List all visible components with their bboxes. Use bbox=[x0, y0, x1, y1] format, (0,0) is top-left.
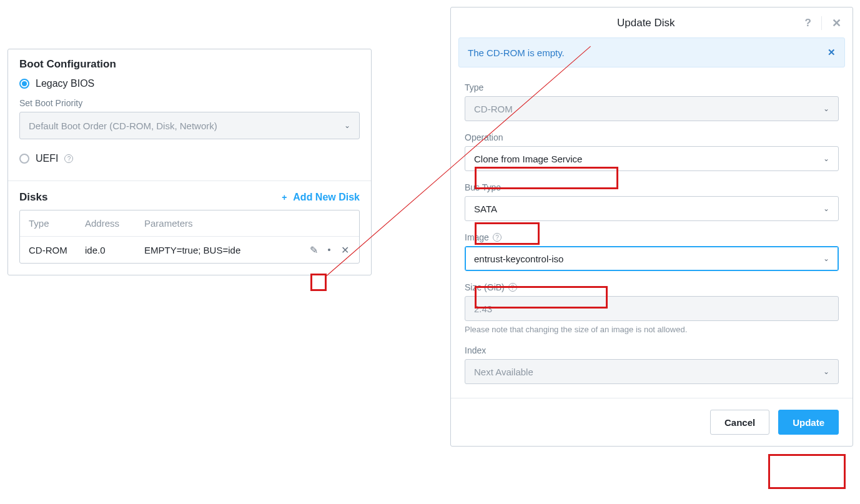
chevron-down-icon: ⌄ bbox=[823, 254, 829, 263]
boot-config-panel: Boot Configuration Legacy BIOS Set Boot … bbox=[7, 49, 372, 275]
add-new-disk-label: Add New Disk bbox=[293, 192, 360, 202]
index-value: Next Available bbox=[474, 367, 533, 377]
bus-type-value: SATA bbox=[474, 204, 497, 214]
help-icon[interactable]: ? bbox=[493, 233, 502, 242]
size-label: Size (GiB) ? bbox=[465, 282, 839, 292]
divider bbox=[8, 180, 371, 181]
add-new-disk-link[interactable]: + Add New Disk bbox=[282, 192, 360, 203]
col-type: Type bbox=[29, 218, 85, 229]
operation-select[interactable]: Clone from Image Service ⌄ bbox=[465, 146, 839, 171]
cell-type: CD-ROM bbox=[29, 245, 85, 255]
help-icon[interactable]: ? bbox=[805, 17, 811, 29]
boot-uefi-radio[interactable]: UEFI ? bbox=[19, 153, 360, 164]
chevron-down-icon: ⌄ bbox=[823, 104, 829, 113]
dialog-title: Update Disk bbox=[487, 17, 805, 29]
help-icon[interactable]: ? bbox=[64, 154, 73, 163]
cancel-button[interactable]: Cancel bbox=[710, 410, 769, 435]
col-parameters: Parameters bbox=[144, 218, 350, 229]
boot-config-title: Boot Configuration bbox=[19, 58, 360, 71]
type-value: CD-ROM bbox=[474, 104, 513, 114]
chevron-down-icon: ⌄ bbox=[823, 154, 829, 163]
size-value: 2.43 bbox=[474, 304, 492, 314]
radio-unselected-icon bbox=[19, 154, 29, 164]
edit-icon[interactable]: ✎ bbox=[308, 244, 319, 255]
boot-legacy-radio[interactable]: Legacy BIOS bbox=[19, 78, 360, 89]
size-input: 2.43 bbox=[465, 296, 839, 321]
divider bbox=[821, 16, 822, 30]
boot-priority-value: Default Boot Order (CD-ROM, Disk, Networ… bbox=[29, 121, 217, 131]
bus-type-select[interactable]: SATA ⌄ bbox=[465, 196, 839, 221]
boot-priority-select[interactable]: Default Boot Order (CD-ROM, Disk, Networ… bbox=[19, 112, 360, 139]
index-label: Index bbox=[465, 345, 839, 355]
cell-parameters: EMPTY=true; BUS=ide bbox=[144, 245, 294, 255]
cell-address: ide.0 bbox=[85, 245, 144, 255]
disks-table: Type Address Parameters CD-ROM ide.0 EMP… bbox=[19, 210, 360, 264]
chevron-down-icon: ⌄ bbox=[823, 204, 829, 213]
chevron-down-icon: ⌄ bbox=[344, 121, 350, 130]
type-select: CD-ROM ⌄ bbox=[465, 96, 839, 121]
size-note: Please note that changing the size of an… bbox=[465, 325, 839, 334]
image-label: Image ? bbox=[465, 232, 839, 242]
info-alert: The CD-ROM is empty. ✕ bbox=[458, 37, 845, 67]
help-icon[interactable]: ? bbox=[508, 283, 517, 292]
delete-icon[interactable]: ✕ bbox=[339, 244, 350, 255]
chevron-down-icon: ⌄ bbox=[823, 367, 829, 376]
operation-label: Operation bbox=[465, 132, 839, 142]
radio-selected-icon bbox=[19, 79, 29, 89]
update-button[interactable]: Update bbox=[778, 410, 839, 435]
col-address: Address bbox=[85, 218, 144, 229]
boot-uefi-label: UEFI bbox=[36, 153, 58, 164]
plus-icon: + bbox=[282, 192, 287, 202]
operation-value: Clone from Image Service bbox=[474, 154, 582, 164]
menu-dot-icon[interactable] bbox=[328, 249, 330, 251]
image-value: entrust-keycontrol-iso bbox=[474, 254, 563, 264]
update-disk-dialog: Update Disk ? ✕ The CD-ROM is empty. ✕ T… bbox=[450, 7, 853, 447]
index-select: Next Available ⌄ bbox=[465, 359, 839, 384]
boot-priority-label: Set Boot Priority bbox=[19, 98, 360, 108]
type-label: Type bbox=[465, 82, 839, 92]
image-select[interactable]: entrust-keycontrol-iso ⌄ bbox=[465, 246, 839, 271]
boot-legacy-label: Legacy BIOS bbox=[36, 78, 94, 89]
disks-title: Disks bbox=[19, 191, 47, 204]
table-header: Type Address Parameters bbox=[20, 210, 359, 237]
annotation-box-edit-icon bbox=[310, 274, 327, 291]
alert-text: The CD-ROM is empty. bbox=[468, 47, 565, 58]
alert-close-icon[interactable]: ✕ bbox=[828, 47, 836, 58]
bus-type-label: Bus Type bbox=[465, 182, 839, 192]
annotation-box-update-button bbox=[768, 454, 846, 489]
close-icon[interactable]: ✕ bbox=[832, 16, 841, 30]
table-row: CD-ROM ide.0 EMPTY=true; BUS=ide ✎ ✕ bbox=[20, 237, 359, 263]
